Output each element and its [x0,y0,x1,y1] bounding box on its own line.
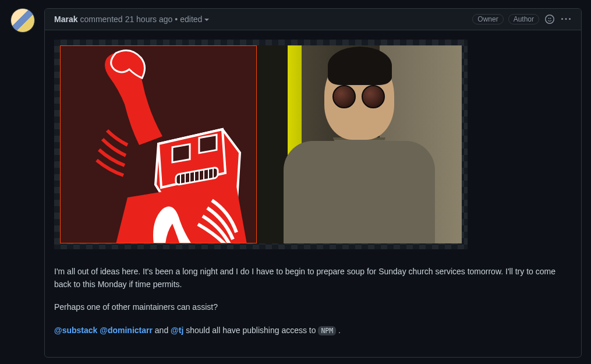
kebab-menu-icon[interactable] [560,13,572,25]
person-photo [257,45,462,243]
paragraph-2: Perhaps one of other maintainers can ass… [54,301,572,314]
mention-substack[interactable]: @substack [54,326,97,335]
comment-body: I'm all out of ideas here. It's been a l… [45,30,581,357]
mention-tj[interactable]: @tj [171,326,183,335]
mention-dominictarr[interactable]: @dominictarr [100,326,153,335]
commented-label: commented [80,15,122,24]
svg-rect-0 [172,144,190,162]
paragraph-1: I'm all out of ideas here. It's been a l… [54,266,572,291]
svg-rect-1 [199,135,217,153]
text-period: . [338,326,341,335]
author-link[interactable]: Marak [54,15,77,24]
avatar[interactable] [10,8,35,33]
robot-illustration [60,45,257,243]
edited-dropdown[interactable]: edited [180,15,209,24]
text-and: and [155,326,171,335]
timestamp-link[interactable]: 21 hours ago [125,15,173,24]
comment-box: Marak commented 21 hours ago • edited Ow… [44,8,582,358]
code-npm: NPM [318,326,336,335]
comment-header: Marak commented 21 hours ago • edited Ow… [45,9,581,30]
caret-down-icon [204,19,209,21]
paragraph-3: @substack @dominictarr and @tj should al… [54,324,572,337]
text-access: should all have publishing access to [186,326,318,335]
emoji-reaction-icon[interactable] [544,13,555,25]
owner-badge: Owner [472,14,503,24]
attached-image[interactable] [54,40,468,249]
author-badge: Author [508,14,539,24]
separator-dot: • [175,15,178,24]
